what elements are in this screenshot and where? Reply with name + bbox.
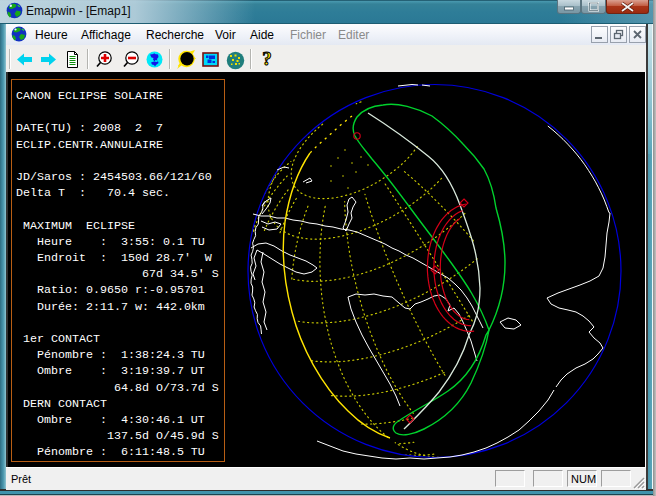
svg-text:?: ? xyxy=(262,50,272,69)
